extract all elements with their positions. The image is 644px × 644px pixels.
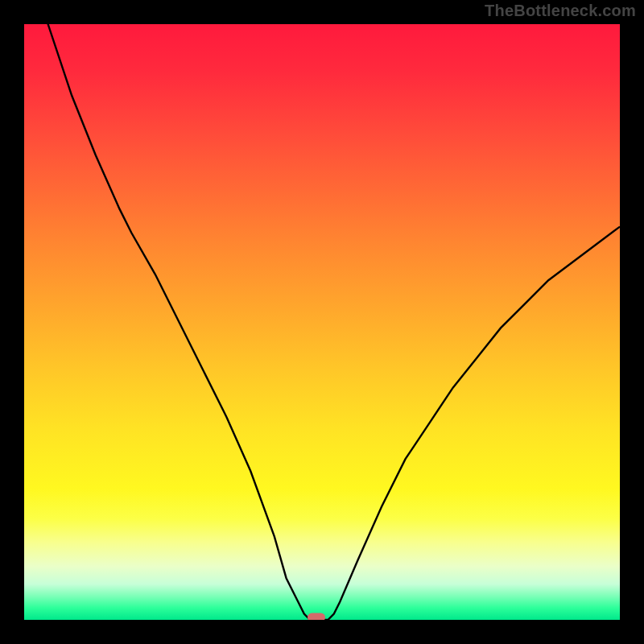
curve-svg (24, 24, 620, 620)
bottleneck-curve (24, 24, 620, 620)
optimal-marker (308, 613, 325, 621)
watermark-text: TheBottleneck.com (485, 2, 636, 20)
chart-stage: TheBottleneck.com (0, 0, 644, 644)
plot-area (24, 24, 620, 620)
